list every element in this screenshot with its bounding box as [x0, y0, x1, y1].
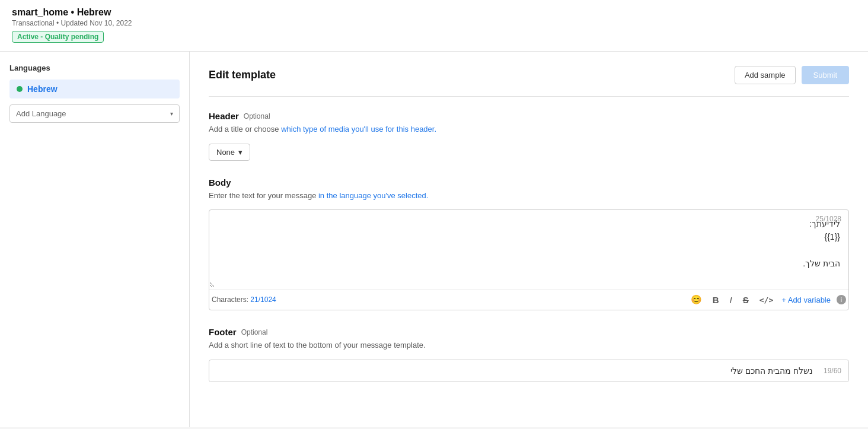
chevron-down-icon: ▾: [238, 148, 242, 157]
language-active-dot: [17, 86, 23, 92]
footer-label: Footer: [209, 327, 237, 337]
add-language-label: Add Language: [16, 109, 66, 118]
footer-char-count: 19/60: [824, 367, 841, 375]
body-label: Body: [209, 177, 231, 188]
footer-section-header: Footer Optional: [209, 327, 849, 337]
sidebar-item-hebrew[interactable]: Hebrew: [9, 80, 180, 98]
body-desc-link[interactable]: in the language you've selected.: [318, 191, 428, 200]
add-language-dropdown[interactable]: Add Language ▾: [9, 104, 180, 123]
header-type-dropdown[interactable]: None ▾: [209, 144, 250, 161]
language-name: Hebrew: [27, 84, 58, 94]
body-section-header: Body: [209, 177, 849, 188]
header-desc-link[interactable]: which type of media you'll use for this …: [281, 125, 436, 134]
top-bar: smart_home • Hebrew Transactional • Upda…: [0, 0, 868, 52]
footer-input[interactable]: [209, 360, 848, 382]
add-variable-button[interactable]: + Add variable: [781, 295, 831, 304]
main-layout: Languages Hebrew Add Language ▾ Edit tem…: [0, 52, 868, 427]
italic-button[interactable]: I: [727, 294, 735, 306]
sidebar: Languages Hebrew Add Language ▾: [0, 52, 190, 427]
body-char-count-top: 25/1028: [816, 215, 841, 223]
add-sample-button[interactable]: Add sample: [735, 66, 796, 84]
footer-section: Footer Optional Add a short line of text…: [209, 327, 849, 382]
page-subtitle: Transactional • Updated Nov 10, 2022: [12, 19, 856, 27]
code-button[interactable]: </>: [757, 294, 776, 306]
header-optional: Optional: [244, 112, 270, 120]
body-section: Body Enter the text for your message in …: [209, 177, 849, 311]
header-type-value: None: [216, 148, 235, 157]
status-badge: Active - Quality pending: [12, 31, 104, 43]
footer-input-wrapper: 19/60: [209, 360, 849, 382]
header-actions: Add sample Submit: [735, 66, 849, 84]
sidebar-title: Languages: [9, 63, 180, 72]
toolbar-right: 😊 B I S </> + Add variable i: [688, 293, 846, 306]
header-section: Header Optional Add a title or choose wh…: [209, 111, 849, 161]
header-desc: Add a title or choose which type of medi…: [209, 123, 849, 135]
char-count-value: 21/1024: [250, 295, 276, 304]
submit-button[interactable]: Submit: [802, 66, 849, 84]
info-icon[interactable]: i: [837, 295, 846, 304]
header-section-header: Header Optional: [209, 111, 849, 121]
header-label: Header: [209, 111, 239, 121]
footer-desc: Add a short line of text to the bottom o…: [209, 339, 849, 351]
chevron-down-icon: ▾: [170, 110, 173, 117]
footer-optional: Optional: [241, 328, 268, 336]
body-toolbar: Characters: 21/1024 😊 B I S </> + Add va…: [209, 289, 848, 310]
char-count-label: Characters: 21/1024: [212, 295, 276, 304]
divider: [209, 96, 849, 97]
page-title: smart_home • Hebrew: [12, 7, 856, 18]
edit-template-title: Edit template: [209, 69, 276, 81]
edit-template-header: Edit template Add sample Submit: [209, 66, 849, 84]
body-desc: Enter the text for your message in the l…: [209, 190, 849, 202]
content-area: Edit template Add sample Submit Header O…: [190, 52, 868, 427]
body-textarea-wrapper: 25/1028 לידיעתך: {{1}} הבית שלך. Charact…: [209, 209, 849, 310]
emoji-button[interactable]: 😊: [688, 293, 704, 306]
bold-button[interactable]: B: [710, 294, 722, 306]
strikethrough-button[interactable]: S: [741, 294, 751, 306]
body-textarea[interactable]: לידיעתך: {{1}} הבית שלך.: [209, 210, 848, 287]
